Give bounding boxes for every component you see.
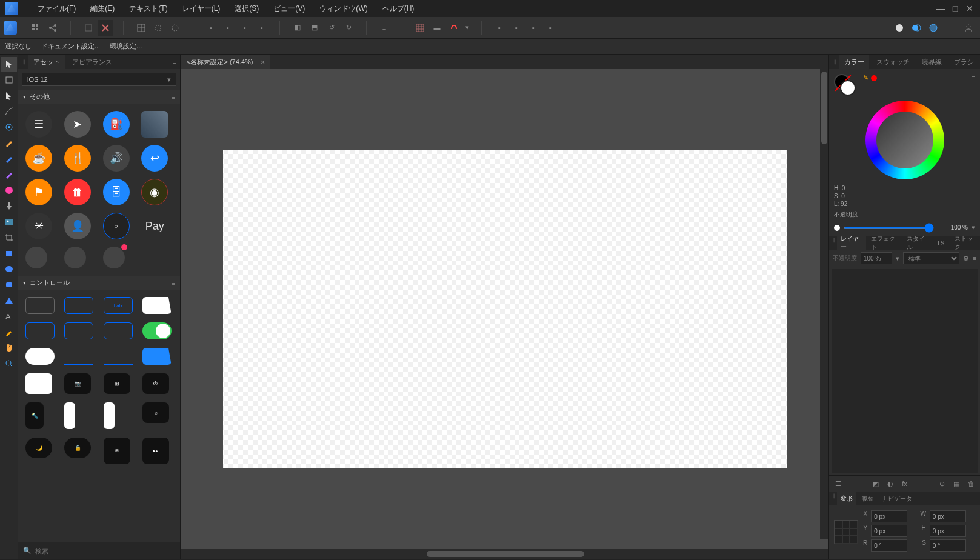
grid-icon[interactable] <box>412 20 428 36</box>
synchronize-defaults-icon[interactable] <box>81 20 96 36</box>
layer-list[interactable] <box>832 269 978 473</box>
ctrl-flashlight-icon[interactable]: 🔦 <box>25 402 44 429</box>
minimize-button[interactable]: — <box>936 4 945 13</box>
opacity-dropdown-icon[interactable]: ▾ <box>972 224 975 232</box>
close-tab-icon[interactable]: × <box>261 58 265 67</box>
canvas[interactable] <box>223 150 787 468</box>
asset-reply-icon[interactable]: ↩ <box>141 145 168 172</box>
ctrl-tab-shape[interactable] <box>142 297 172 314</box>
add-pixel-layer-icon[interactable]: ▦ <box>951 478 962 489</box>
move-back-icon[interactable]: ▪ <box>203 20 219 36</box>
s-input[interactable] <box>930 539 966 552</box>
rotate-ccw-icon[interactable]: ↺ <box>324 20 339 36</box>
intersect-icon[interactable]: ▪ <box>525 20 541 36</box>
ctrl-field-5[interactable] <box>104 322 133 339</box>
asset-livephoto-icon[interactable]: ◦ <box>103 213 130 239</box>
forward-one-icon[interactable]: ▪ <box>237 20 253 36</box>
canvas-viewport[interactable] <box>181 69 828 549</box>
add-icon[interactable]: ▪ <box>492 20 507 36</box>
h-input[interactable] <box>930 525 966 537</box>
y-input[interactable] <box>871 525 907 537</box>
asset-food-icon[interactable]: 🍴 <box>64 145 91 172</box>
tab-assets[interactable]: アセット <box>28 55 65 69</box>
adjustment-icon[interactable]: ◐ <box>885 478 896 489</box>
anchor-selector[interactable] <box>834 520 858 544</box>
ctrl-brightness-slider[interactable] <box>104 402 115 429</box>
asset-fuel-icon[interactable]: ⛽ <box>103 111 130 138</box>
artboard-tool[interactable] <box>1 73 17 87</box>
rectangle-tool[interactable] <box>1 246 17 261</box>
asset-archive-icon[interactable]: 🗄 <box>103 179 130 205</box>
asset-navigation-icon[interactable]: ➤ <box>64 111 91 138</box>
tab-transform[interactable]: 変形 <box>837 492 856 505</box>
close-button[interactable]: ✕ <box>965 4 974 13</box>
tab-history[interactable]: 履歴 <box>858 492 877 505</box>
new-layer-icon[interactable] <box>892 20 907 36</box>
insert-inside-icon[interactable] <box>908 20 924 36</box>
menu-text[interactable]: テキスト(T) <box>122 0 175 17</box>
ctrl-camera-icon[interactable]: 📷 <box>64 373 91 394</box>
asset-list-icon[interactable]: ☰ <box>25 111 52 138</box>
ctrl-lock-rotation-icon[interactable]: 🔒 <box>64 438 91 458</box>
ctrl-dnd-icon[interactable]: 🌙 <box>25 438 52 458</box>
share-icon[interactable] <box>45 20 61 36</box>
ctrl-tab-blue[interactable] <box>142 348 172 365</box>
ctrl-card[interactable] <box>25 373 52 394</box>
section-menu-icon[interactable]: ≡ <box>172 279 175 287</box>
divide-icon[interactable]: ▪ <box>542 20 558 36</box>
ctrl-field-2[interactable] <box>64 297 93 314</box>
asset-section-controls[interactable]: コントロール ≡ <box>18 276 180 290</box>
asset-device-ipad[interactable] <box>103 247 125 268</box>
ctrl-switch-off[interactable] <box>25 348 55 365</box>
tab-appearance[interactable]: アピアランス <box>67 55 117 69</box>
ctrl-calculator-icon[interactable]: ⊞ <box>104 373 130 394</box>
node-tool[interactable] <box>1 88 17 103</box>
asset-trash-icon[interactable]: 🗑 <box>64 179 91 205</box>
eyedropper-icon[interactable]: ✎ <box>863 74 868 82</box>
fx-icon[interactable]: fx <box>899 478 910 489</box>
insert-behind-icon[interactable] <box>925 20 941 36</box>
pencil-tool[interactable] <box>1 136 17 150</box>
search-input[interactable] <box>35 547 175 555</box>
flip-v-icon[interactable]: ⬒ <box>307 20 322 36</box>
tab-layers[interactable]: レイヤー <box>837 236 866 250</box>
tab-styles[interactable]: スタイル <box>903 236 932 250</box>
ctrl-slider-1[interactable] <box>64 348 93 365</box>
ctrl-field-1[interactable] <box>25 297 55 314</box>
menu-edit[interactable]: 編集(E) <box>83 0 122 17</box>
add-layer-icon[interactable]: ⊕ <box>936 478 947 489</box>
document-tab[interactable]: <名称未設定> (74.4%) × <box>181 55 270 69</box>
ctrl-field-4[interactable] <box>64 322 93 339</box>
color-wheel[interactable] <box>865 101 944 179</box>
vector-brush-tool[interactable] <box>1 152 17 166</box>
layer-settings-icon[interactable]: ≡ <box>973 255 976 262</box>
view-tool[interactable] <box>1 341 17 355</box>
snap-icon[interactable] <box>133 20 149 36</box>
crop-tool[interactable] <box>1 230 17 245</box>
layer-opacity-input[interactable] <box>861 252 892 264</box>
asset-volume-icon[interactable]: 🔊 <box>103 145 130 172</box>
asset-device-se[interactable] <box>25 247 47 268</box>
asset-fingerprint-icon[interactable]: ◉ <box>141 179 168 205</box>
place-image-tool[interactable] <box>1 215 17 229</box>
guides-icon[interactable]: ▬ <box>429 20 445 36</box>
rotate-cw-icon[interactable]: ↻ <box>341 20 356 36</box>
blend-mode-select[interactable]: 標準 <box>903 252 959 264</box>
zoom-tool[interactable] <box>1 356 17 371</box>
persona-icon[interactable] <box>4 21 17 35</box>
fill-tool[interactable] <box>1 183 17 198</box>
asset-avatar-icon[interactable]: 👤 <box>64 213 91 239</box>
asset-section-other[interactable]: その他 ≡ <box>18 90 180 104</box>
asset-applewatch-icon[interactable] <box>141 111 168 138</box>
ctrl-network-panel[interactable]: ⊞ <box>104 438 130 464</box>
flip-h-icon[interactable]: ◧ <box>290 20 305 36</box>
ctrl-screen-mirror[interactable]: ⎚ <box>142 402 169 423</box>
r-input[interactable] <box>871 539 907 552</box>
ellipse-tool[interactable] <box>1 262 17 276</box>
menu-help[interactable]: ヘルプ(H) <box>375 0 422 17</box>
ctrl-media-panel[interactable]: ▸▸ <box>142 438 169 464</box>
maximize-button[interactable]: □ <box>951 4 959 13</box>
revert-defaults-icon[interactable] <box>98 20 113 36</box>
asset-flag-icon[interactable]: ⚑ <box>25 179 52 205</box>
document-settings-link[interactable]: ドキュメント設定... <box>41 42 100 51</box>
